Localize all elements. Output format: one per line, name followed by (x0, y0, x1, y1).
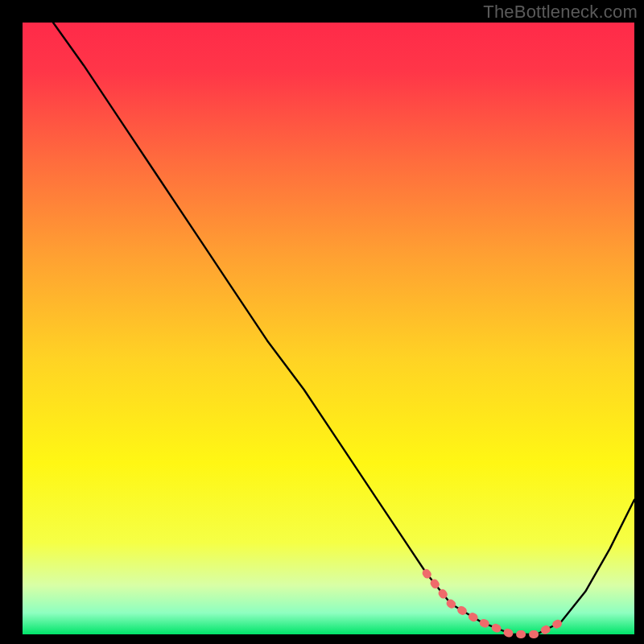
watermark-text: TheBottleneck.com (483, 2, 638, 23)
chart-svg (0, 0, 644, 644)
plot-area (23, 23, 634, 634)
chart-container: TheBottleneck.com (0, 0, 644, 644)
